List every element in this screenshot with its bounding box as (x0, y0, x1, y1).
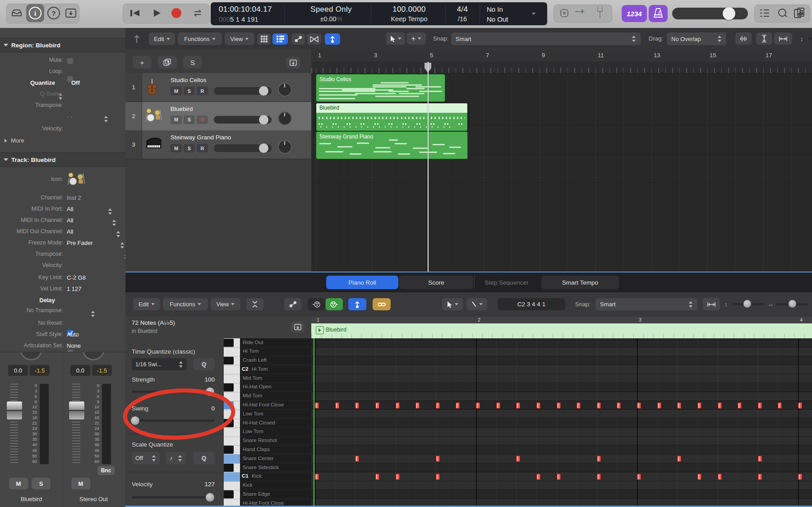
midi-note-kick[interactable] (375, 474, 379, 480)
cycle-icon[interactable] (191, 7, 205, 19)
scale-quantize-dropdown[interactable]: Off (132, 452, 160, 464)
drum-lane-snare-rimshot[interactable]: Snare Rimshot (240, 437, 311, 446)
track-s-button[interactable]: S (184, 87, 195, 95)
strength-value[interactable]: 100 (189, 376, 215, 383)
track-volume-slider[interactable] (214, 144, 272, 152)
pr-panel-icon[interactable] (291, 321, 304, 333)
pan-knob[interactable] (20, 352, 42, 360)
region-play-icon[interactable] (316, 326, 324, 334)
pr-menu-view[interactable]: View (211, 298, 240, 310)
piano-key-black[interactable] (224, 446, 234, 454)
strength-slider[interactable] (132, 391, 215, 393)
drum-kit-icon[interactable] (67, 171, 87, 187)
midi-note-kick[interactable] (637, 474, 641, 480)
track-pan-knob[interactable] (278, 83, 292, 97)
midi-note-hi_hat_foot_close[interactable] (456, 402, 460, 409)
midi-note-kick[interactable] (697, 474, 701, 480)
midi-note-hi_hat_foot_close[interactable] (436, 402, 440, 409)
track-r-button[interactable]: R (197, 115, 208, 124)
snap-dropdown[interactable]: Smart (451, 32, 641, 45)
offset-value[interactable]: -1.5 (92, 365, 112, 376)
track-row[interactable]: 1Studio CellosMSR (125, 73, 311, 102)
drum-lane-ride-out[interactable]: Ride Out (240, 338, 311, 347)
strength-knob[interactable] (206, 387, 214, 396)
grid-view-icon[interactable] (257, 33, 271, 45)
inspector-row-value-track8[interactable]: 1 127 (67, 286, 82, 292)
inspector-row-value-track0[interactable]: Inst 2 (67, 194, 81, 201)
master-minus-plus[interactable]: −+ (575, 7, 585, 17)
midi-note-snare_center[interactable] (677, 456, 681, 462)
inspector-row-value-track2[interactable]: All (67, 217, 73, 224)
midi-note-kick[interactable] (396, 474, 400, 480)
inbox-icon[interactable] (10, 7, 23, 19)
strip-s-button[interactable]: S (32, 478, 51, 489)
secondary-tool-menu[interactable]: + (407, 32, 426, 45)
menu-view[interactable]: View (225, 32, 254, 45)
track-volume-slider[interactable] (214, 87, 272, 95)
midi-out-icon[interactable] (326, 298, 343, 310)
midi-note-kick[interactable] (315, 474, 319, 480)
pr-region-bar[interactable]: Bluebird (311, 323, 812, 339)
midi-note-kick[interactable] (718, 474, 722, 480)
midi-note-hi_hat_foot_close[interactable] (315, 402, 319, 409)
drum-lane-mid-tom[interactable]: Mid Tom (240, 392, 311, 401)
pr-note-grid[interactable] (311, 338, 812, 507)
pr-playhead-line[interactable] (314, 338, 314, 507)
piano-key-black[interactable] (224, 383, 234, 392)
volume-slider-knob[interactable] (723, 7, 735, 20)
menu-functions[interactable]: Functions (178, 32, 222, 45)
region-more-disclosure[interactable]: More (5, 137, 24, 144)
drum-lane-kick[interactable]: C1Kick (240, 472, 311, 481)
piano-key-black[interactable] (224, 419, 234, 427)
tab-smart-tempo[interactable]: Smart Tempo (541, 276, 619, 289)
add-track-button[interactable]: + (133, 56, 152, 69)
track-name[interactable]: Steinway Grand Piano (171, 134, 231, 141)
piano-key-selected[interactable] (224, 472, 240, 481)
midi-note-hi_hat_foot_close[interactable] (355, 402, 359, 409)
arrange-tick-strip[interactable] (311, 62, 812, 74)
midi-note-snare_center[interactable] (597, 456, 601, 462)
midi-note-snare_center[interactable] (516, 456, 520, 462)
track-volume-knob[interactable] (259, 115, 268, 124)
midi-note-kick[interactable] (597, 474, 601, 480)
lcd-chevron-down-icon[interactable] (532, 13, 535, 15)
time-quantize-dropdown[interactable]: 1/16 Swi... (132, 358, 187, 370)
vertical-auto-zoom-icon[interactable] (756, 32, 772, 45)
midi-note-hi_hat_foot_close[interactable] (577, 402, 581, 409)
arrange-area[interactable]: 1357911131517Studio CellosBluebirdSteinw… (311, 50, 812, 272)
tuning-fork-icon[interactable] (595, 6, 605, 19)
midi-note-hi_hat_foot_close[interactable] (476, 402, 480, 409)
collapse-mode-icon[interactable] (246, 298, 263, 310)
drum-lane-hi-tom[interactable]: C2Hi Tom (240, 365, 311, 374)
piano-keys[interactable] (224, 338, 240, 507)
midi-note-kick[interactable] (536, 474, 540, 480)
pr-automation-icon[interactable] (284, 298, 301, 310)
drum-lane-snare-sidestick[interactable]: Snare Sidestick (240, 463, 311, 472)
arrange-ruler[interactable]: 1357911131517 (311, 50, 812, 62)
pr-position-display[interactable]: C2 3 4 4 1 (498, 298, 565, 310)
quantize-apply-button[interactable]: Q (193, 358, 215, 370)
tab-step-sequencer[interactable]: Step Sequencer (475, 276, 538, 289)
midi-note-hi_hat_foot_close[interactable] (597, 402, 601, 409)
fader-cap[interactable] (69, 401, 85, 420)
hide-inspector-icon[interactable] (131, 33, 143, 45)
drum-lane-mid-tom[interactable]: Mid Tom (240, 374, 311, 383)
track-volume-slider[interactable] (214, 116, 272, 124)
media-browser-icon[interactable] (793, 7, 807, 19)
midi-note-hi_hat_foot_close[interactable] (496, 402, 500, 409)
midi-note-snare_center[interactable] (436, 456, 440, 462)
track-panel-icon[interactable] (286, 57, 300, 69)
loop-browser-icon[interactable] (777, 7, 789, 19)
pan-knob[interactable] (82, 352, 105, 360)
no-input-icon[interactable] (558, 8, 570, 18)
vertical-zoom-slider[interactable] (808, 37, 812, 40)
stepper-icon[interactable] (120, 242, 125, 249)
track-volume-knob[interactable] (259, 86, 268, 96)
root-note-dropdown[interactable]: ♪ (166, 452, 186, 464)
midi-note-hi_hat_foot_close[interactable] (798, 402, 802, 409)
pr-menu-edit[interactable]: Edit (133, 298, 160, 310)
pr-pointer-tool-menu[interactable] (442, 298, 463, 310)
velocity-value[interactable]: 127 (189, 481, 215, 488)
tab-piano-roll[interactable]: Piano Roll (326, 276, 398, 289)
drum-lane-low-tom[interactable]: Low Tom (240, 428, 311, 437)
